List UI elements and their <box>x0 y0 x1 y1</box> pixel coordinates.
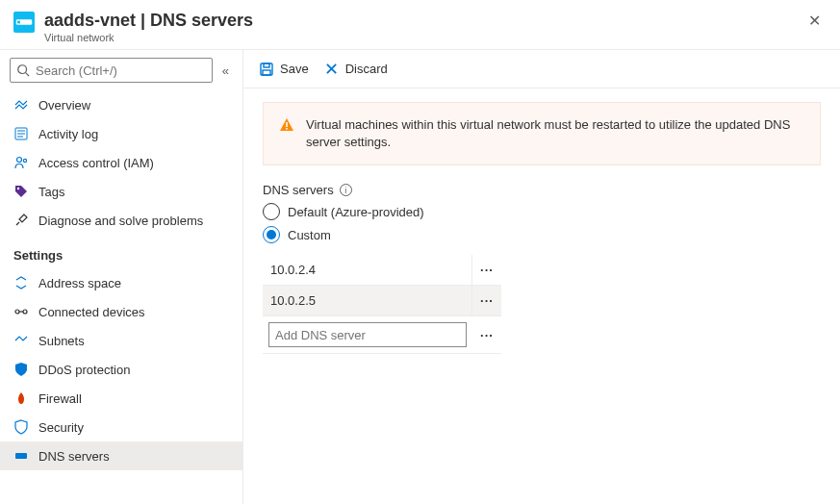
radio-input[interactable] <box>263 226 280 243</box>
radio-label: Default (Azure-provided) <box>288 205 424 219</box>
svg-point-2 <box>18 65 27 74</box>
svg-point-12 <box>23 310 27 314</box>
discard-label: Discard <box>345 62 388 76</box>
page-header: aadds-vnet | DNS servers Virtual network… <box>0 0 840 50</box>
svg-line-3 <box>26 73 30 77</box>
sidebar-item-address-space[interactable]: Address space <box>0 268 242 297</box>
main-panel: Save ✕ Discard Virtual machines within t… <box>243 50 840 504</box>
alert-text: Virtual machines within this virtual net… <box>306 116 804 151</box>
tags-icon <box>13 184 29 199</box>
svg-rect-18 <box>286 122 288 127</box>
sidebar-item-label: Overview <box>38 98 90 113</box>
sidebar-item-access-control[interactable]: Access control (IAM) <box>0 148 242 177</box>
add-dns-input[interactable] <box>268 322 467 347</box>
save-button[interactable]: Save <box>259 62 309 77</box>
dns-section-label: DNS servers i <box>263 183 821 197</box>
sidebar-item-label: DNS servers <box>38 449 110 464</box>
close-button[interactable]: ✕ <box>802 10 827 33</box>
radio-label: Custom <box>288 228 331 242</box>
svg-point-8 <box>17 158 22 163</box>
discard-icon: ✕ <box>324 62 340 77</box>
sidebar-item-activity-log[interactable]: Activity log <box>0 119 242 148</box>
svg-point-10 <box>17 188 19 189</box>
diagnose-icon <box>13 213 29 228</box>
dns-server-list: 10.0.2.4 ··· 10.0.2.5 ··· ··· <box>263 255 501 354</box>
dns-ip[interactable]: 10.0.2.4 <box>263 255 472 285</box>
sidebar-item-firewall[interactable]: Firewall <box>0 384 242 413</box>
dns-icon <box>13 448 29 464</box>
row-more-button[interactable]: ··· <box>472 328 501 342</box>
sidebar-item-ddos[interactable]: DDoS protection <box>0 355 242 384</box>
activity-log-icon <box>13 126 29 141</box>
save-icon <box>259 62 274 77</box>
sidebar-item-label: Connected devices <box>38 305 145 319</box>
radio-default[interactable]: Default (Azure-provided) <box>263 203 821 220</box>
page-title: aadds-vnet | DNS servers <box>44 10 802 31</box>
subnets-icon <box>13 333 29 348</box>
sidebar: « Overview Activity log Access control (… <box>0 50 243 504</box>
svg-rect-16 <box>264 63 269 67</box>
row-more-button[interactable]: ··· <box>472 263 501 277</box>
svg-rect-19 <box>286 128 288 130</box>
page-subtitle: Virtual network <box>44 32 802 43</box>
sidebar-item-label: Subnets <box>38 334 85 348</box>
sidebar-item-connected-devices[interactable]: Connected devices <box>0 297 242 326</box>
search-input-wrapper[interactable] <box>10 58 213 83</box>
sidebar-item-overview[interactable]: Overview <box>0 90 242 119</box>
sidebar-item-label: Security <box>38 420 84 435</box>
sidebar-item-label: Diagnose and solve problems <box>38 214 203 228</box>
search-input[interactable] <box>36 63 206 78</box>
security-icon <box>13 419 29 435</box>
sidebar-item-label: Access control (IAM) <box>38 156 154 170</box>
sidebar-item-label: Tags <box>38 185 64 199</box>
row-more-button[interactable]: ··· <box>472 293 501 308</box>
sidebar-section-settings: Settings <box>0 235 242 268</box>
svg-point-11 <box>15 310 19 314</box>
dns-server-row: 10.0.2.4 ··· <box>263 255 501 286</box>
sidebar-item-label: DDoS protection <box>38 363 130 377</box>
sidebar-item-security[interactable]: Security <box>0 413 242 441</box>
sidebar-item-tags[interactable]: Tags <box>0 177 242 206</box>
connected-devices-icon <box>13 304 29 319</box>
svg-rect-1 <box>17 21 20 24</box>
vnet-icon <box>13 12 35 33</box>
save-label: Save <box>280 62 309 76</box>
warning-icon <box>279 117 294 133</box>
address-space-icon <box>13 275 29 290</box>
sidebar-item-label: Address space <box>38 276 121 290</box>
dns-add-row: ··· <box>263 316 501 354</box>
sidebar-item-dns-servers[interactable]: DNS servers <box>0 441 242 470</box>
access-control-icon <box>13 155 29 170</box>
firewall-icon <box>13 391 29 406</box>
radio-input[interactable] <box>263 203 280 220</box>
dns-ip[interactable]: 10.0.2.5 <box>263 286 472 315</box>
search-icon <box>16 63 30 77</box>
discard-button[interactable]: ✕ Discard <box>324 62 388 77</box>
shield-icon <box>13 362 29 377</box>
warning-alert: Virtual machines within this virtual net… <box>263 102 821 165</box>
sidebar-item-label: Activity log <box>38 127 98 141</box>
sidebar-item-diagnose[interactable]: Diagnose and solve problems <box>0 206 242 235</box>
svg-rect-14 <box>15 453 27 459</box>
info-icon[interactable]: i <box>340 184 352 196</box>
sidebar-item-subnets[interactable]: Subnets <box>0 326 242 355</box>
radio-custom[interactable]: Custom <box>263 226 821 243</box>
svg-rect-17 <box>263 70 270 75</box>
collapse-sidebar-button[interactable]: « <box>218 60 233 82</box>
sidebar-item-label: Firewall <box>38 391 82 406</box>
dns-server-row: 10.0.2.5 ··· <box>263 286 501 316</box>
command-bar: Save ✕ Discard <box>243 50 840 88</box>
overview-icon <box>13 97 29 113</box>
svg-point-9 <box>23 159 26 162</box>
